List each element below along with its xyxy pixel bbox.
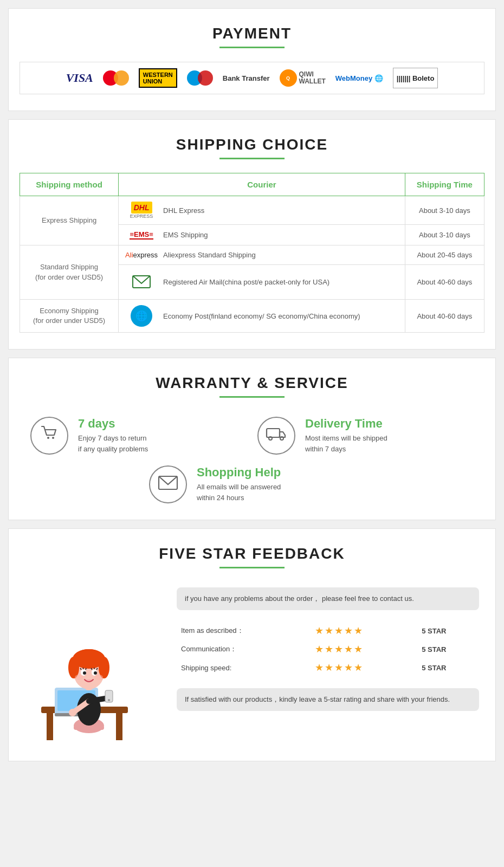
rating-label-1: Communication： <box>178 640 311 658</box>
shipping-section: SHIPPING CHOICE Shipping method Courier … <box>8 119 496 350</box>
delivery-desc: Most items will be shippedwithin 7 days <box>305 433 387 454</box>
svg-point-26 <box>74 649 104 667</box>
aliexpress-logo-wrap: Aliexpress <box>125 251 158 259</box>
top-message: if you have any problems about the order… <box>185 594 414 603</box>
feedback-underline <box>219 567 285 568</box>
aliexpress-row: Aliexpress Aliexpress Standard Shipping <box>119 245 405 265</box>
qiwi-text: QIWIWALLET <box>299 71 326 85</box>
standard-shipping-method: Standard Shipping(for order over USD5) <box>20 245 119 300</box>
dhl-row: DHL EXPRESS DHL Express <box>119 196 405 225</box>
returns-content: 7 days Enjoy 7 days to returnif any qual… <box>78 417 148 454</box>
svg-point-5 <box>280 437 283 440</box>
table-row: Express Shipping DHL EXPRESS DHL Express… <box>20 196 484 225</box>
warranty-section: WARRANTY & SERVICE 7 days Enjoy 7 days t… <box>8 358 496 520</box>
svg-rect-14 <box>74 726 104 730</box>
svg-rect-8 <box>47 713 53 740</box>
help-title: Shopping Help <box>197 465 281 480</box>
economy-row: 🌐 Economy Post(finland economy/ SG econo… <box>119 300 405 333</box>
help-desc: All emails will be answeredwithin 24 hou… <box>197 482 281 503</box>
svg-point-38 <box>94 675 103 680</box>
svg-point-30 <box>94 671 97 675</box>
express-shipping-method: Express Shipping <box>20 196 119 245</box>
economy-courier-cell: 🌐 Economy Post(finland economy/ SG econo… <box>125 305 398 327</box>
airmail-icon <box>131 270 152 292</box>
feedback-left <box>25 587 166 739</box>
svg-point-1 <box>47 437 49 439</box>
feedback-content: if you have any problems about the order… <box>20 582 484 745</box>
ali-black: express <box>133 251 158 259</box>
payment-section: PAYMENT VISA WESTERNUNION Bank Transfer … <box>8 8 496 111</box>
bottom-message: If satisfied with our products，kindly le… <box>185 695 450 703</box>
mastercard-logo <box>103 68 129 88</box>
delivery-content: Delivery Time Most items will be shipped… <box>305 417 387 454</box>
svg-rect-9 <box>116 713 122 740</box>
dhl-logo: DHL <box>131 202 152 213</box>
table-row: Item as described： ★★★★★ 5 STAR <box>178 622 478 639</box>
ems-logo-wrap: ≡EMS≡ <box>125 230 158 240</box>
svg-line-33 <box>86 668 86 670</box>
western-union-text: WESTERNUNION <box>139 68 177 88</box>
col-header-method: Shipping method <box>20 173 119 196</box>
truck-icon <box>266 424 287 448</box>
rating-stars-2: ★★★★★ <box>312 659 418 676</box>
warranty-item-returns: 7 days Enjoy 7 days to returnif any qual… <box>30 417 247 455</box>
svg-point-18 <box>69 709 76 716</box>
un-icon: 🌐 <box>131 305 152 327</box>
dhl-time: About 3-10 days <box>405 196 484 225</box>
economy-shipping-method: Economy Shipping(for order under USD5) <box>20 300 119 333</box>
email-icon <box>158 475 178 495</box>
warranty-underline <box>219 396 285 398</box>
bank-transfer-logo: Bank Transfer <box>223 68 270 88</box>
economy-time: About 40-60 days <box>405 300 484 333</box>
character-illustration <box>25 587 144 739</box>
aliexpress-time: About 20-45 days <box>405 245 484 265</box>
feedback-section: FIVE STAR FEEDBACK <box>8 528 496 761</box>
rating-label-0: Item as described： <box>178 622 311 639</box>
ems-name: EMS Shipping <box>163 231 208 239</box>
payment-underline <box>219 47 285 48</box>
svg-rect-3 <box>267 429 280 437</box>
shipping-table: Shipping method Courier Shipping Time Ex… <box>20 173 484 333</box>
warranty-item-delivery: Delivery Time Most items will be shipped… <box>257 417 474 455</box>
top-speech-bubble: if you have any problems about the order… <box>177 587 479 610</box>
shipping-title: SHIPPING CHOICE <box>20 136 484 153</box>
svg-point-29 <box>83 671 86 675</box>
airmail-logo-wrap <box>125 270 158 294</box>
maestro-logo <box>187 68 213 88</box>
payment-title: PAYMENT <box>20 25 484 42</box>
rating-label-2: Shipping speed: <box>178 659 311 676</box>
rating-stars-0: ★★★★★ <box>312 622 418 639</box>
webmoney-logo: WebMoney 🌐 <box>335 68 383 88</box>
svg-line-32 <box>83 668 83 669</box>
stars-1: ★★★★★ <box>315 644 364 655</box>
rating-stars-1: ★★★★★ <box>312 640 418 658</box>
returns-desc: Enjoy 7 days to returnif any quality pro… <box>78 433 148 454</box>
warranty-title: WARRANTY & SERVICE <box>20 374 484 392</box>
svg-point-2 <box>52 437 54 439</box>
aliexpress-name: Aliexpress Standard Shipping <box>163 251 256 259</box>
shipping-underline <box>219 158 285 159</box>
dhl-name: DHL Express <box>163 206 204 215</box>
truck-icon-wrap <box>257 417 295 455</box>
mc-yellow-circle <box>114 70 129 86</box>
feedback-right: if you have any problems about the order… <box>177 587 479 711</box>
airmail-time: About 40-60 days <box>405 265 484 300</box>
dhl-courier-cell: DHL EXPRESS DHL Express <box>125 202 398 219</box>
airmail-row: Registered Air Mail(china post/e packet-… <box>119 265 405 300</box>
ems-courier-cell: ≡EMS≡ EMS Shipping <box>125 230 398 240</box>
mae-red-circle <box>198 70 213 86</box>
col-header-courier: Courier <box>119 173 405 196</box>
ali-orange: Ali <box>125 251 133 259</box>
ems-logo: ≡EMS≡ <box>130 230 153 240</box>
qiwi-logo: Q QIWIWALLET <box>280 68 326 88</box>
table-row: Communication： ★★★★★ 5 STAR <box>178 640 478 658</box>
ems-time: About 3-10 days <box>405 225 484 245</box>
ems-row: ≡EMS≡ EMS Shipping <box>119 225 405 245</box>
svg-line-17 <box>89 698 105 701</box>
warranty-bottom: Shopping Help All emails will be answere… <box>20 465 484 503</box>
un-logo-wrap: 🌐 <box>125 305 158 327</box>
visa-logo: VISA <box>66 68 93 88</box>
feedback-title: FIVE STAR FEEDBACK <box>20 545 484 562</box>
table-row: Shipping speed: ★★★★★ 5 STAR <box>178 659 478 676</box>
svg-point-4 <box>269 437 272 440</box>
